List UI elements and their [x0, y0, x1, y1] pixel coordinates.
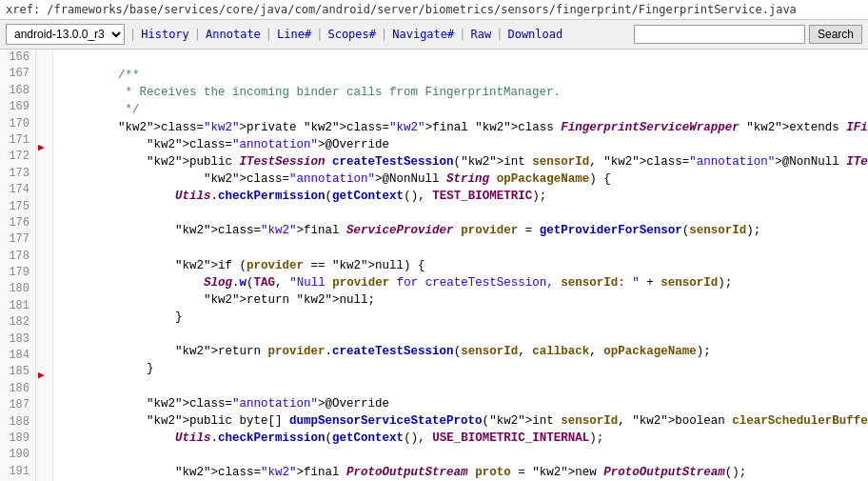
version-select[interactable]: android-13.0.0_r3 [6, 24, 125, 45]
line-number: 176 [6, 215, 30, 231]
code-line: "kw2">public byte[] dumpSensorServiceSta… [61, 412, 868, 430]
gutter-cell [38, 95, 50, 110]
gutter-cell [38, 186, 50, 201]
line-number: 183 [6, 331, 30, 348]
line-number: 166 [6, 50, 30, 66]
navigate-link[interactable]: Navigate# [388, 26, 458, 43]
gutter-cell [38, 292, 50, 308]
line-number: 185 [6, 364, 30, 380]
annotate-link[interactable]: Annotate [202, 26, 265, 43]
gutter-cell [38, 126, 50, 141]
gutter-cell [38, 414, 50, 430]
gutter-col: ▶ ▶ [36, 50, 53, 481]
search-input[interactable] [634, 25, 805, 44]
code-line [61, 377, 868, 394]
line-number: 190 [6, 447, 30, 463]
code-line: "kw2">class="kw2">final ProtoOutputStrea… [61, 464, 868, 481]
line-number: 182 [6, 314, 30, 331]
gutter-cell [38, 80, 50, 95]
code-line: Utils.checkPermission(getContext(), TEST… [61, 188, 868, 205]
line-number: 171 [6, 132, 30, 149]
line-number: 180 [6, 281, 30, 297]
line-numbers: 1661671681691701711721731741751761771781… [0, 50, 36, 481]
code-line [61, 205, 868, 222]
gutter-cell [38, 308, 50, 323]
line-number: 174 [6, 182, 30, 198]
download-link[interactable]: Download [503, 26, 566, 43]
lineno-link[interactable]: Line# [273, 26, 315, 43]
code-line: } [61, 360, 868, 377]
gutter-cell [38, 231, 50, 247]
code-line: /** [61, 67, 868, 84]
code-line: "kw2">class="kw2">private "kw2">class="k… [61, 119, 868, 136]
code-line: "kw2">return "kw2">null; [61, 291, 868, 309]
line-number: 175 [6, 199, 30, 215]
line-number: 167 [6, 66, 30, 82]
gutter-cell [38, 338, 50, 353]
gutter-cell [38, 323, 50, 338]
code-line: } [61, 309, 868, 326]
raw-link[interactable]: Raw [467, 26, 496, 43]
sep-4: | [316, 28, 323, 41]
line-number: 170 [6, 116, 30, 132]
gutter-cell [38, 156, 50, 171]
code-lines: /** * Receives the incoming binder calls… [53, 50, 868, 481]
line-number: 184 [6, 348, 30, 364]
sep-1: | [129, 28, 136, 41]
gutter-cell [38, 444, 50, 459]
sep-7: | [496, 28, 503, 41]
sep-6: | [459, 28, 465, 41]
gutter-cell [38, 110, 50, 126]
gutter-cell[interactable]: ▶ [38, 141, 50, 156]
gutter-cell [38, 201, 50, 216]
toolbar: android-13.0.0_r3 | History | Annotate |… [0, 20, 868, 50]
code-line: "kw2">class="kw2">final ServiceProvider … [61, 222, 868, 239]
gutter-cell [38, 429, 50, 444]
line-number: 186 [6, 381, 30, 397]
scopes-link[interactable]: Scopes# [324, 26, 380, 43]
code-line: Utils.checkPermission(getContext(), USE_… [61, 430, 868, 447]
line-number: 189 [6, 431, 30, 447]
gutter-cell [38, 216, 50, 231]
sep-3: | [266, 28, 272, 41]
code-line [61, 50, 868, 67]
sep-2: | [194, 28, 201, 41]
gutter-cell [38, 474, 50, 481]
gutter-cell [38, 50, 50, 65]
history-link[interactable]: History [137, 26, 193, 43]
line-number: 179 [6, 265, 30, 281]
line-number: 187 [6, 397, 30, 413]
gutter-cell [38, 459, 50, 474]
gutter-cell [38, 353, 50, 369]
code-line: "kw2">class="annotation">@Override [61, 136, 868, 153]
code-line: Slog.w(TAG, "Null provider for createTes… [61, 274, 868, 291]
gutter-cell [38, 247, 50, 262]
breadcrumb: xref: /frameworks/base/services/core/jav… [0, 0, 868, 20]
line-number: 181 [6, 298, 30, 314]
line-number: 191 [6, 464, 30, 480]
code-line [61, 326, 868, 343]
search-box: Search [634, 25, 862, 44]
gutter-cell[interactable]: ▶ [38, 369, 50, 384]
gutter-cell [38, 171, 50, 187]
sep-5: | [381, 28, 387, 41]
gutter-cell [38, 384, 50, 399]
line-number: 178 [6, 249, 30, 265]
code-line: "kw2">class="annotation">@NonNull String… [61, 170, 868, 188]
gutter-cell [38, 277, 50, 292]
code-line [61, 239, 868, 256]
line-number: 188 [6, 414, 30, 431]
search-button[interactable]: Search [809, 25, 862, 44]
gutter-cell [38, 262, 50, 277]
code-line: "kw2">return provider.createTestSession(… [61, 343, 868, 360]
gutter-cell [38, 65, 50, 80]
code-line: */ [61, 101, 868, 118]
code-line: "kw2">public ITestSession createTestSess… [61, 153, 868, 170]
code-line [61, 447, 868, 464]
line-number: 173 [6, 166, 30, 182]
code-area: 1661671681691701711721731741751761771781… [0, 50, 868, 481]
code-line: "kw2">class="annotation">@Override [61, 395, 868, 412]
gutter-cell [38, 399, 50, 414]
line-number: 172 [6, 149, 30, 165]
code-line: "kw2">if (provider == "kw2">null) { [61, 257, 868, 274]
